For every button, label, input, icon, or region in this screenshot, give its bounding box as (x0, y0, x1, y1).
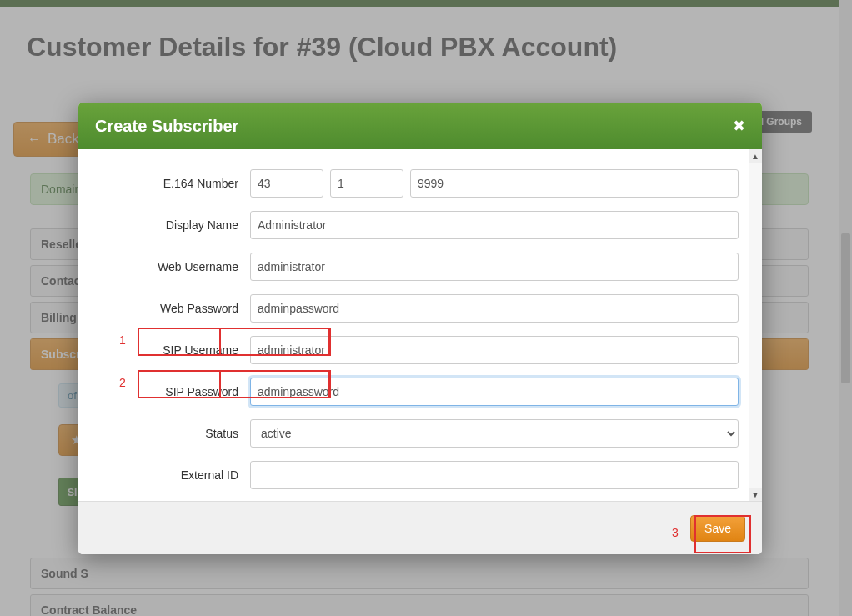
scroll-down-icon[interactable]: ▼ (749, 488, 762, 501)
save-button[interactable]: Save (690, 515, 745, 542)
row-sip-username: SIP Username (102, 336, 739, 364)
scroll-up-icon[interactable]: ▲ (749, 149, 762, 163)
row-status: Status active (102, 419, 739, 448)
web-password-input[interactable] (250, 294, 739, 323)
modal-footer: Save (78, 501, 762, 554)
row-web-username: Web Username (102, 253, 739, 281)
row-sip-password: SIP Password (102, 378, 739, 406)
e164-ac-input[interactable] (330, 169, 403, 198)
e164-cc-input[interactable] (250, 169, 323, 198)
label-sip-username: SIP Username (102, 343, 250, 357)
modal-header: Create Subscriber ✖ (78, 103, 762, 149)
row-display-name: Display Name (102, 211, 739, 239)
label-sip-password: SIP Password (102, 385, 250, 398)
modal-scrollbar[interactable]: ▲ ▼ (749, 149, 762, 501)
label-external-id: External ID (102, 468, 250, 482)
create-subscriber-modal: Create Subscriber ✖ E.164 Number Display… (78, 103, 762, 554)
label-display-name: Display Name (102, 218, 250, 232)
sip-username-input[interactable] (250, 336, 739, 364)
status-select[interactable]: active (250, 419, 739, 448)
label-e164: E.164 Number (102, 177, 250, 190)
sip-password-input[interactable] (250, 378, 739, 406)
web-username-input[interactable] (250, 253, 739, 281)
modal-scroll-track[interactable] (749, 163, 762, 488)
row-external-id: External ID (102, 461, 739, 489)
label-status: Status (102, 427, 250, 440)
row-web-password: Web Password (102, 294, 739, 323)
display-name-input[interactable] (250, 211, 739, 239)
close-icon[interactable]: ✖ (733, 117, 745, 135)
e164-sn-input[interactable] (410, 169, 739, 198)
modal-body: E.164 Number Display Name Web Username (78, 149, 762, 501)
label-web-password: Web Password (102, 302, 250, 315)
label-web-username: Web Username (102, 260, 250, 273)
external-id-input[interactable] (250, 461, 739, 489)
row-e164: E.164 Number (102, 169, 739, 198)
modal-title: Create Subscriber (95, 117, 238, 136)
save-button-label: Save (704, 522, 731, 535)
